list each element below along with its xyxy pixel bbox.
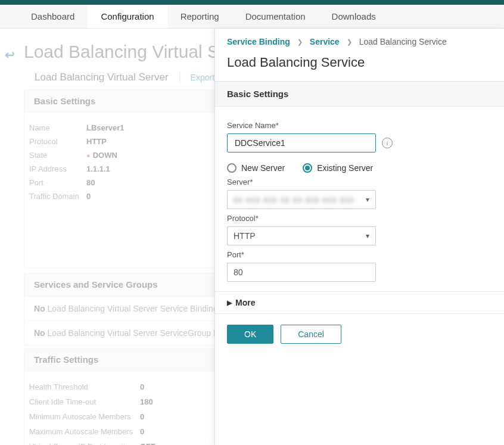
protocol-select-value: HTTP (234, 231, 256, 241)
more-expand[interactable]: ▶ More (215, 291, 504, 314)
ok-button[interactable]: OK (227, 325, 273, 344)
tab-documentation[interactable]: Documentation (232, 5, 319, 28)
server-select[interactable]: xx xxx xxx xx xx xxx xxx xxx ▾ (227, 190, 376, 209)
label-service-name: Service Name* (227, 121, 492, 130)
info-icon[interactable]: i (382, 138, 393, 148)
triangle-right-icon: ▶ (227, 299, 232, 307)
radio-new-server[interactable]: New Server (227, 163, 285, 173)
tab-reporting[interactable]: Reporting (167, 5, 232, 28)
radio-label: New Server (241, 163, 285, 173)
tab-dashboard[interactable]: Dashboard (18, 5, 88, 28)
tab-configuration[interactable]: Configuration (88, 5, 167, 28)
radio-existing-server[interactable]: Existing Server (303, 163, 373, 173)
top-accent-bar (0, 0, 504, 5)
chevron-right-icon: ❯ (297, 38, 303, 46)
radio-label: Existing Server (317, 163, 373, 173)
label-server: Server* (227, 178, 492, 186)
port-input[interactable]: 80 (227, 263, 376, 282)
cancel-button[interactable]: Cancel (281, 325, 341, 344)
chevron-right-icon: ❯ (347, 38, 352, 46)
action-buttons: OK Cancel (215, 314, 504, 354)
main-tabs: Dashboard Configuration Reporting Docume… (0, 5, 504, 29)
protocol-select[interactable]: HTTP ▾ (227, 226, 376, 245)
side-panel-load-balancing-service: Service Binding ❯ Service ❯ Load Balanci… (214, 29, 504, 445)
crumb-service[interactable]: Service (310, 37, 340, 46)
chevron-down-icon: ▾ (366, 232, 369, 240)
service-name-input[interactable] (227, 133, 376, 153)
crumb-service-binding[interactable]: Service Binding (227, 37, 290, 46)
breadcrumb: Service Binding ❯ Service ❯ Load Balanci… (215, 29, 504, 52)
crumb-current: Load Balancing Service (359, 37, 447, 46)
server-select-value: xx xxx xxx xx xx xxx xxx xxx (234, 195, 354, 204)
label-protocol: Protocol* (227, 214, 492, 223)
label-port: Port* (227, 250, 492, 259)
side-form: Service Name* i New Server Existing Serv… (215, 107, 504, 291)
server-type-radio-group: New Server Existing Server (227, 163, 492, 173)
more-label: More (235, 298, 255, 307)
radio-icon (227, 163, 237, 173)
chevron-down-icon: ▾ (366, 195, 369, 204)
radio-icon (303, 163, 312, 173)
port-value: 80 (234, 267, 243, 277)
tab-downloads[interactable]: Downloads (319, 5, 389, 28)
side-basic-settings-header: Basic Settings (215, 82, 504, 107)
side-panel-title: Load Balancing Service (215, 52, 504, 81)
